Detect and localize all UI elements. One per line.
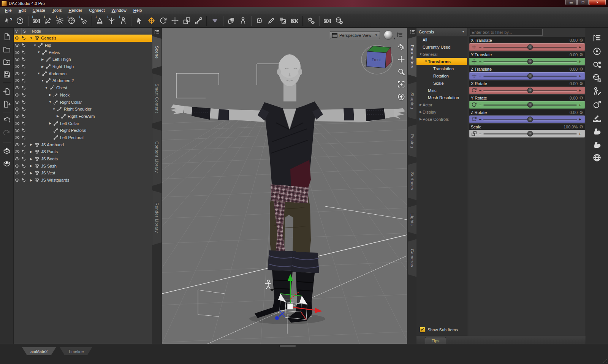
tree-node-chest[interactable]: ▼Chest [14, 84, 152, 92]
visibility-eye-icon[interactable] [14, 92, 20, 98]
redo-button[interactable] [2, 128, 12, 139]
target-icon[interactable] [591, 46, 603, 57]
brush-tool[interactable] [265, 15, 277, 27]
tool-filter-dropdown[interactable] [209, 15, 221, 27]
surfaces-activity-icon[interactable] [591, 72, 603, 84]
menu-connect[interactable]: Connect [86, 7, 108, 13]
increment-button[interactable]: + [577, 117, 583, 122]
lights-activity-icon[interactable] [591, 99, 603, 110]
tree-node-js-armband[interactable]: ▶JS Armband [14, 141, 152, 148]
universal-tool[interactable] [146, 15, 157, 27]
tab-render-library[interactable]: Render Library [152, 190, 162, 245]
menu-file[interactable]: File [2, 7, 15, 13]
tree-node-js-boots[interactable]: ▶JS Boots [14, 155, 152, 163]
visibility-eye-icon[interactable] [14, 177, 20, 183]
open-file-button[interactable] [2, 44, 12, 54]
view-cube[interactable]: Front [361, 45, 393, 74]
restore-button[interactable]: ❐ [577, 0, 589, 5]
expand-arrow-icon[interactable]: ▼ [29, 36, 33, 40]
tab-scene[interactable]: Scene [152, 36, 162, 69]
expand-arrow-icon[interactable]: ▶ [29, 164, 33, 168]
increment-button[interactable]: + [577, 74, 583, 78]
export-file-button[interactable] [2, 99, 12, 109]
visibility-eye-icon[interactable] [14, 149, 20, 154]
tree-node-hip[interactable]: ▼Hip [14, 42, 152, 49]
visibility-eye-icon[interactable] [14, 64, 20, 69]
help-cursor[interactable]: ? [2, 15, 14, 27]
selectable-cursor-icon[interactable] [20, 78, 27, 83]
selectable-cursor-icon[interactable] [20, 177, 27, 183]
surface-selection-tool[interactable] [225, 15, 237, 27]
scope-selector[interactable]: Genesis ▼ [416, 28, 467, 36]
camera-selection-tool[interactable] [289, 15, 301, 27]
dock-splitter-handle[interactable] [279, 345, 296, 347]
minimize-button[interactable]: ▬ [565, 0, 577, 5]
visibility-eye-icon[interactable] [14, 135, 20, 140]
visibility-eye-icon[interactable] [14, 43, 20, 48]
param-group-pose-controls[interactable]: ▶Pose Controls [416, 116, 467, 123]
menu-create[interactable]: Create [29, 7, 49, 13]
expand-arrow-icon[interactable]: ▼ [36, 51, 41, 54]
tree-node-js-wristguards[interactable]: ▶JS Wristguards [14, 177, 152, 184]
selectable-cursor-icon[interactable] [20, 92, 27, 98]
gear-icon[interactable]: ⚙ [579, 81, 583, 86]
visibility-eye-icon[interactable] [14, 35, 20, 41]
tree-node-left-collar[interactable]: ▶Left Collar [14, 120, 152, 127]
slider-track[interactable] [483, 61, 577, 62]
selectable-cursor-icon[interactable] [20, 106, 27, 112]
tree-node-right-forearm[interactable]: ▶Right ForeArm [14, 113, 152, 120]
selectable-cursor-icon[interactable] [20, 142, 27, 147]
visibility-eye-icon[interactable] [14, 128, 20, 133]
slider-thumb[interactable] [527, 73, 533, 79]
expand-arrow-icon[interactable]: ▼ [36, 72, 41, 75]
pane-menu-icon[interactable] [407, 28, 417, 36]
expand-arrow-icon[interactable]: ▼ [52, 108, 56, 111]
joint-editor-tool[interactable] [193, 15, 204, 27]
visibility-eye-icon[interactable] [14, 163, 20, 169]
selectable-cursor-icon[interactable] [20, 50, 27, 55]
new-camera[interactable]: + [30, 15, 42, 27]
decrement-button[interactable]: − [477, 131, 483, 136]
visibility-eye-icon[interactable] [14, 142, 20, 147]
increment-button[interactable]: + [577, 59, 583, 64]
orbit-icon[interactable] [397, 42, 406, 51]
visibility-eye-icon[interactable] [14, 57, 20, 62]
reset-view-icon[interactable] [397, 92, 406, 101]
decrement-button[interactable]: − [477, 45, 483, 49]
expand-arrow-icon[interactable]: ▶ [48, 122, 52, 125]
new-file-button[interactable] [2, 32, 12, 42]
expand-arrow-icon[interactable]: ▶ [29, 179, 33, 182]
visibility-eye-icon[interactable] [14, 121, 20, 126]
param-group-translation[interactable]: Translation [416, 65, 467, 72]
tab-posing[interactable]: Posing [408, 124, 417, 158]
gear-icon[interactable]: ⚙ [579, 110, 583, 115]
pan-icon[interactable] [397, 55, 406, 64]
selectable-cursor-icon[interactable] [20, 156, 27, 161]
expand-arrow-icon[interactable]: ▶ [29, 171, 33, 175]
tree-node-abdomen-2[interactable]: ▼Abdomen 2 [14, 77, 152, 84]
tree-node-js-sash[interactable]: ▶JS Sash [14, 162, 152, 169]
gear-icon[interactable]: ⚙ [579, 95, 583, 101]
visibility-eye-icon[interactable] [14, 106, 20, 112]
selectable-cursor-icon[interactable] [20, 135, 27, 140]
tab-cameras[interactable]: Cameras [408, 239, 417, 277]
visibility-eye-icon[interactable] [14, 156, 20, 161]
tree-node-right-shoulder[interactable]: ▼Right Shoulder [14, 106, 152, 113]
visibility-eye-icon[interactable] [14, 50, 20, 55]
slider-thumb[interactable] [527, 102, 533, 108]
new-figure[interactable]: + [117, 15, 129, 27]
visibility-eye-icon[interactable] [14, 170, 20, 176]
selectable-cursor-icon[interactable] [20, 149, 27, 154]
selectable-cursor-icon[interactable] [20, 114, 27, 119]
save-file-button[interactable] [2, 69, 12, 79]
expand-arrow-icon[interactable]: ▼ [40, 79, 45, 82]
param-group-rotation[interactable]: Rotation [416, 72, 467, 79]
decrement-button[interactable]: − [477, 74, 483, 78]
render-settings[interactable] [333, 15, 345, 27]
slider-thumb[interactable] [527, 88, 533, 93]
param-group-general[interactable]: ▼General [416, 51, 467, 58]
viewport[interactable]: Front Perspective View ▼ [162, 28, 407, 344]
undo-button[interactable] [2, 116, 12, 126]
slider-track[interactable] [483, 133, 577, 135]
new-spotlight[interactable]: + [78, 15, 89, 27]
